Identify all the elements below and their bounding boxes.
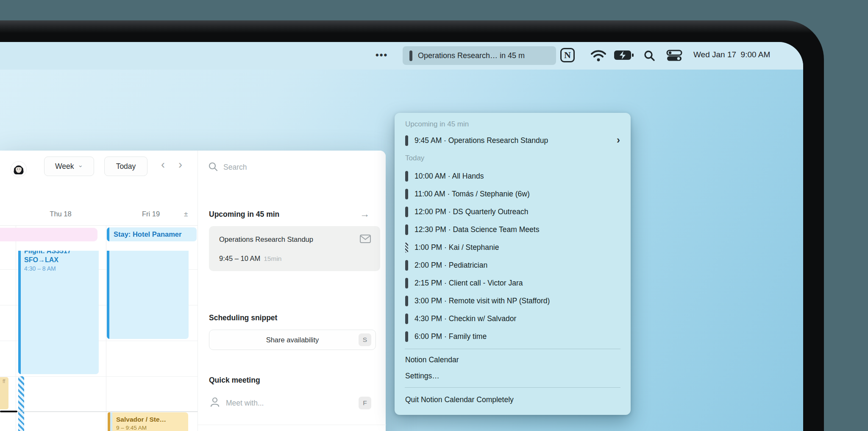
- dropdown-divider: [405, 349, 620, 349]
- card-event-time: 9:45 – 10 AM15min: [219, 255, 281, 263]
- dropdown-event-label: 2:15 PM · Client call - Victor Jara: [415, 279, 620, 288]
- day-header-fri[interactable]: Fri 19: [130, 210, 172, 218]
- panel-divider: [198, 425, 386, 425]
- event-salvador[interactable]: Salvador / Ste… 9 – 9:45 AM: [108, 412, 188, 431]
- event-bar-icon: [405, 313, 408, 324]
- view-selector-button[interactable]: Week ⌄: [44, 157, 94, 176]
- dropdown-event-label: 2:00 PM · Pediatrician: [415, 261, 620, 270]
- notion-badge-letter: N: [564, 50, 571, 60]
- notion-menu-icon[interactable]: N: [560, 48, 575, 62]
- dropdown-featured-event[interactable]: 9:45 AM · Operations Research Standup ›: [395, 132, 631, 149]
- event-title: Salvador / Ste…: [116, 415, 188, 424]
- view-selector-label: Week: [55, 162, 74, 171]
- notion-calendar-window: Week ⌄ Today ‹ › Thu 18 Fri 19 ± Stay: H…: [0, 151, 386, 431]
- upcoming-event-card[interactable]: Operations Research Standup 9:45 – 10 AM…: [209, 226, 380, 271]
- dropdown-event-label: 12:30 PM · Data Science Team Meets: [415, 225, 620, 234]
- scheduling-section-title: Scheduling snippet: [209, 313, 277, 322]
- current-time-indicator: [0, 411, 17, 412]
- day-header-thu[interactable]: Thu 18: [39, 210, 82, 218]
- event-color-bar: [107, 227, 109, 241]
- event-bar-icon: [405, 242, 408, 253]
- event-fri-block[interactable]: [107, 251, 189, 339]
- dropdown-event-list: 10:00 AM · All Hands 11:00 AM · Tomás / …: [395, 167, 631, 345]
- dropdown-event-item[interactable]: 1:00 PM · Kai / Stephanie: [395, 238, 631, 256]
- dropdown-event-item[interactable]: 11:00 AM · Tomás / Stephanie (6w): [395, 185, 631, 203]
- grid-divider: [0, 225, 198, 226]
- menu-item-settings[interactable]: Settings…: [395, 368, 631, 384]
- user-avatar[interactable]: [11, 162, 26, 177]
- dropdown-event-item[interactable]: 12:00 PM · DS Quarterly Outreach: [395, 203, 631, 221]
- desktop: ••• Operations Research… in 45 m N: [0, 0, 868, 431]
- timezone-icon[interactable]: ±: [184, 210, 188, 218]
- arrow-right-icon[interactable]: →: [360, 208, 370, 220]
- event-color-bar: [107, 251, 109, 339]
- event-bar-icon: [409, 50, 412, 61]
- dropdown-today-header: Today: [405, 153, 620, 164]
- event-bar-icon: [405, 189, 408, 199]
- battery-charging-icon[interactable]: [614, 50, 634, 61]
- dropdown-event-item[interactable]: 10:00 AM · All Hands: [395, 167, 631, 185]
- search-input[interactable]: [223, 161, 334, 174]
- dropdown-event-label: 1:00 PM · Kai / Stephanie: [415, 243, 620, 252]
- dropdown-event-item[interactable]: 12:30 PM · Data Science Team Meets: [395, 221, 631, 238]
- dropdown-event-item[interactable]: 3:00 PM · Remote visit with NP (Stafford…: [395, 292, 631, 310]
- event-subtitle: SFO→LAX: [24, 255, 96, 264]
- shortcut-key-f: F: [359, 397, 371, 409]
- side-panel: Upcoming in 45 min → Operations Research…: [198, 151, 386, 431]
- all-day-event-pink[interactable]: [0, 228, 97, 241]
- prev-week-button[interactable]: ‹: [161, 158, 165, 171]
- hour-line: [0, 376, 198, 377]
- screen-wallpaper: ••• Operations Research… in 45 m N: [0, 42, 803, 431]
- search-icon: [208, 162, 218, 172]
- menu-item-notion-calendar[interactable]: Notion Calendar: [395, 352, 631, 368]
- menu-bar-overflow-icon[interactable]: •••: [376, 50, 388, 61]
- event-flight[interactable]: Flight: AS3517 SFO→LAX 4:30 – 8 AM: [18, 251, 99, 374]
- next-week-button[interactable]: ›: [178, 158, 182, 171]
- email-icon[interactable]: [360, 235, 371, 243]
- event-bar-icon: [405, 224, 408, 235]
- dropdown-upcoming-header: Upcoming in 45 min: [405, 119, 620, 130]
- event-title: Flight: AS3517: [24, 251, 96, 255]
- dropdown-event-label: 6:00 PM · Family time: [415, 332, 620, 341]
- card-event-duration: 15min: [264, 255, 281, 262]
- event-bar-icon: [405, 135, 408, 146]
- dropdown-event-label: 10:00 AM · All Hands: [415, 172, 620, 181]
- event-bar-icon: [405, 331, 408, 342]
- event-time: 9 – 9:45 AM: [116, 424, 188, 431]
- timed-grid[interactable]: Flight: AS3517 SFO→LAX 4:30 – 8 AM ff Sa…: [0, 251, 198, 431]
- event-bar-icon: [405, 260, 408, 271]
- wifi-icon[interactable]: [590, 50, 607, 62]
- event-time: 4:30 – 8 AM: [24, 264, 96, 273]
- menu-item-quit[interactable]: Quit Notion Calendar Completely: [395, 392, 631, 408]
- dropdown-event-label: 11:00 AM · Tomás / Stephanie (6w): [415, 190, 620, 199]
- meet-with-input[interactable]: [225, 397, 328, 409]
- share-availability-button[interactable]: Share availability S: [209, 330, 376, 350]
- chevron-down-icon: ⌄: [78, 161, 83, 169]
- dropdown-divider: [405, 387, 620, 388]
- dropdown-event-item[interactable]: 6:00 PM · Family time: [395, 327, 631, 345]
- menu-bar-calendar-item[interactable]: Operations Research… in 45 m: [403, 46, 556, 65]
- event-bar-icon: [405, 171, 408, 182]
- event-title: Stay: Hotel Panamer: [114, 230, 181, 238]
- current-time-line: [17, 411, 198, 412]
- dropdown-event-label: 4:30 PM · Checkin w/ Salvador: [415, 314, 620, 323]
- menu-bar: ••• Operations Research… in 45 m N: [0, 42, 803, 70]
- dropdown-event-item[interactable]: 2:15 PM · Client call - Victor Jara: [395, 274, 631, 292]
- event-bar-icon: [405, 278, 408, 288]
- share-availability-label: Share availability: [266, 336, 319, 344]
- today-button[interactable]: Today: [104, 157, 147, 176]
- shortcut-key-s: S: [359, 333, 371, 346]
- event-strip-hatched[interactable]: [18, 376, 24, 431]
- menu-bar-calendar-label: Operations Research… in 45 m: [418, 51, 525, 60]
- dropdown-event-item[interactable]: 4:30 PM · Checkin w/ Salvador: [395, 310, 631, 327]
- event-stay-hotel[interactable]: Stay: Hotel Panamer: [107, 227, 197, 241]
- event-overlap-bar: [110, 412, 112, 431]
- control-center-icon[interactable]: [666, 50, 682, 62]
- dropdown-event-label: 12:00 PM · DS Quarterly Outreach: [415, 207, 620, 216]
- dropdown-event-item[interactable]: 2:00 PM · Pediatrician: [395, 256, 631, 274]
- spotlight-search-icon[interactable]: [643, 50, 655, 62]
- event-color-bar: [18, 251, 21, 374]
- menu-bar-clock[interactable]: Wed Jan 17 9:00 AM: [693, 50, 770, 59]
- event-yellow-clipped[interactable]: ff: [0, 377, 8, 409]
- calendar-menu-dropdown: Upcoming in 45 min 9:45 AM · Operations …: [395, 113, 631, 415]
